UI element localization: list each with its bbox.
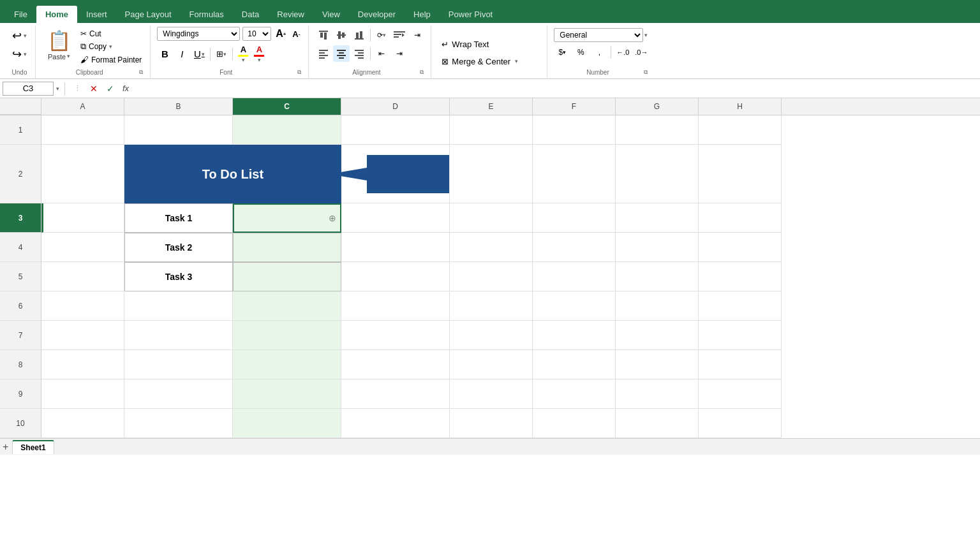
merge-center-dropdown-icon[interactable]: ▾ [515,58,518,64]
col-header-F[interactable]: F [533,98,616,115]
comma-button[interactable]: , [591,45,607,59]
undo-dropdown-icon[interactable]: ▾ [24,33,27,39]
number-format-select[interactable]: General Number Currency Short Date Long … [554,28,643,42]
cell-B2-merged[interactable]: To Do List [124,145,341,203]
cell-F8[interactable] [533,350,616,379]
cell-D1[interactable] [341,115,450,145]
cell-D9[interactable] [341,379,450,409]
increase-decimal-button[interactable]: .0→ [633,45,650,59]
cell-F6[interactable] [533,291,616,321]
cell-H8[interactable] [699,350,782,379]
col-header-C[interactable]: C [233,98,341,115]
confirm-formula-button[interactable]: ✓ [103,82,117,96]
cell-G6[interactable] [616,291,699,321]
cell-E8[interactable] [450,350,533,379]
copy-button[interactable]: ⧉ Copy ▾ [77,40,145,53]
cell-F5[interactable] [533,262,616,291]
cell-C9[interactable] [233,379,341,409]
cell-F1[interactable] [533,115,616,145]
cell-G7[interactable] [616,321,699,350]
cell-G3[interactable] [616,203,699,233]
cell-H1[interactable] [699,115,782,145]
cell-H7[interactable] [699,321,782,350]
cell-B7[interactable] [124,321,233,350]
cell-A5[interactable] [41,262,124,291]
cell-name-dropdown-icon[interactable]: ▾ [56,85,59,92]
undo-button[interactable]: ↩ ▾ [9,27,30,45]
cell-B8[interactable] [124,350,233,379]
cell-G10[interactable] [616,409,699,438]
cell-F9[interactable] [533,379,616,409]
select-all-button[interactable] [0,98,41,115]
row-header-10[interactable]: 10 [0,409,41,438]
cell-E6[interactable] [450,291,533,321]
cell-A10[interactable] [41,409,124,438]
cell-E2[interactable] [450,145,533,203]
row-header-2[interactable]: 2 [0,145,41,203]
cell-A4[interactable] [41,233,124,262]
paste-dropdown-icon[interactable]: ▾ [67,53,70,59]
cell-B6[interactable] [124,291,233,321]
font-name-select[interactable]: Wingdings [157,27,240,41]
cell-D2[interactable] [341,145,450,203]
cell-A3[interactable] [41,203,124,233]
cell-H6[interactable] [699,291,782,321]
align-right-button[interactable] [351,45,368,62]
cell-name-box[interactable]: C3 [3,82,54,96]
cell-D4[interactable] [341,233,450,262]
tab-insert[interactable]: Insert [77,6,116,23]
cell-G1[interactable] [616,115,699,145]
cell-D8[interactable] [341,350,450,379]
cell-F10[interactable] [533,409,616,438]
tab-help[interactable]: Help [405,6,440,23]
cell-H5[interactable] [699,262,782,291]
fill-color-dropdown-icon[interactable]: ▾ [242,57,245,63]
cell-C8[interactable] [233,350,341,379]
font-expand-button[interactable]: ⧉ [295,68,303,77]
cell-E5[interactable] [450,262,533,291]
merge-center-button[interactable]: ⊠ Merge & Center ▾ [438,55,522,68]
cut-button[interactable]: ✂ Cut [77,28,145,40]
col-header-G[interactable]: G [616,98,699,115]
row-header-3[interactable]: 3 [0,203,41,233]
cell-D10[interactable] [341,409,450,438]
cell-B10[interactable] [124,409,233,438]
currency-button[interactable]: $▾ [554,45,570,59]
cell-C6[interactable] [233,291,341,321]
cancel-formula-button[interactable]: ✕ [87,82,101,96]
row-header-1[interactable]: 1 [0,115,41,145]
formula-bar-context-button[interactable]: ⋮ [70,82,84,96]
font-color-button[interactable]: A ▾ [252,43,266,64]
align-middle-button[interactable] [333,27,350,43]
align-left-button[interactable] [315,45,332,62]
align-center-button[interactable] [333,45,350,62]
font-size-select[interactable]: 10 [242,27,271,41]
cell-B1[interactable] [124,115,233,145]
cell-E7[interactable] [450,321,533,350]
align-top-button[interactable] [315,27,332,43]
increase-indent2-button[interactable]: ⇥ [391,45,408,62]
format-painter-button[interactable]: 🖌 Format Painter [77,54,145,66]
cell-C7[interactable] [233,321,341,350]
borders-button[interactable]: ⊞▾ [214,47,229,62]
alignment-expand-button[interactable]: ⧉ [417,68,426,77]
cell-H4[interactable] [699,233,782,262]
col-header-E[interactable]: E [450,98,533,115]
cell-G8[interactable] [616,350,699,379]
increase-font-size-button[interactable]: A+ [274,27,288,41]
cell-B9[interactable] [124,379,233,409]
cell-G9[interactable] [616,379,699,409]
cell-H2[interactable] [699,145,782,203]
cell-G5[interactable] [616,262,699,291]
col-header-B[interactable]: B [124,98,233,115]
formula-input[interactable] [134,84,977,93]
tab-page-layout[interactable]: Page Layout [116,6,181,23]
align-bottom-button[interactable] [351,27,368,43]
row-header-5[interactable]: 5 [0,262,41,291]
tab-review[interactable]: Review [268,6,313,23]
cell-H9[interactable] [699,379,782,409]
cell-F7[interactable] [533,321,616,350]
tab-view[interactable]: View [313,6,349,23]
cell-H3[interactable] [699,203,782,233]
decrease-indent-button[interactable]: ⇤ [373,45,390,62]
